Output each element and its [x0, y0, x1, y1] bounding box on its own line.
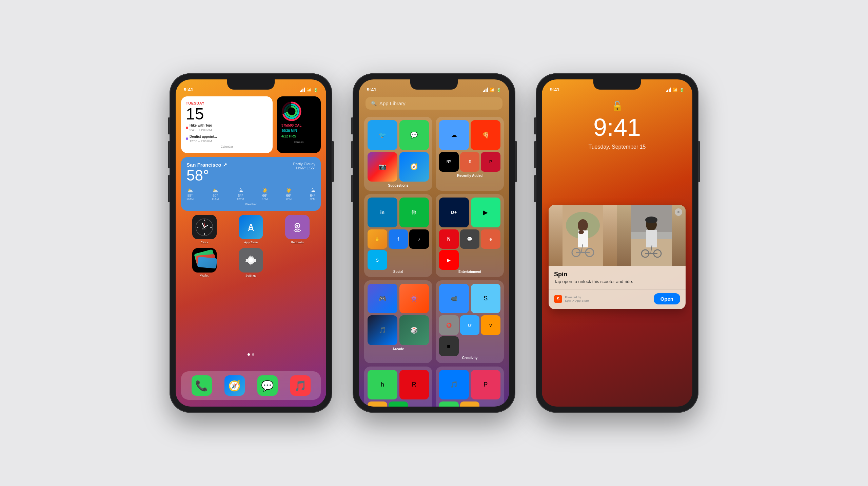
more-icon-4[interactable]: P	[471, 370, 501, 400]
creativity-small-1[interactable]: ⭕	[439, 315, 459, 335]
widget-row-1: TUESDAY 15 Hike with Tejo 9:45 – 11:00 A…	[181, 96, 321, 153]
fitness-widget[interactable]: 375/500 CAL 19/30 MIN 4/12 HRS Fitness	[277, 96, 321, 153]
safari-icon[interactable]: 🧭	[399, 152, 429, 182]
arcade-icon-3[interactable]: 🎵	[368, 315, 397, 345]
notification-close-btn[interactable]: ×	[675, 208, 682, 216]
doordash-icon[interactable]: 🍕	[471, 120, 500, 150]
ent-app-1[interactable]: 💬	[460, 229, 480, 249]
arcade-icon-2[interactable]: 👾	[399, 284, 429, 314]
podcasts-label: Podcasts	[291, 241, 304, 244]
instagram-icon[interactable]: 📷	[368, 152, 397, 182]
more-small-1[interactable]: 🎭	[368, 401, 387, 407]
more-icon-2[interactable]: R	[399, 370, 429, 400]
appstore-icon-wrap[interactable]: A App Store	[239, 215, 263, 244]
settings-icon-wrap[interactable]: Settings	[239, 248, 263, 277]
youtube-icon[interactable]: ▶	[439, 250, 459, 270]
dock-messages[interactable]: 💬	[257, 375, 278, 396]
more-icon-1[interactable]: h	[368, 370, 397, 400]
lightroom-icon[interactable]: Lr	[460, 315, 480, 335]
arcade-icon-4[interactable]: 🎲	[399, 315, 429, 345]
arcade-category[interactable]: 🎮 👾 🎵 🎲 Arcade	[364, 280, 432, 363]
dock-safari[interactable]: 🧭	[224, 375, 245, 396]
more-icon-3[interactable]: 🎵	[439, 370, 469, 400]
creativity-small-3[interactable]: ◼	[439, 336, 459, 356]
wifi-icon-3: 📶	[673, 88, 678, 92]
clock-label: Clock	[200, 241, 208, 244]
tiktok-icon[interactable]: ♪	[409, 229, 429, 249]
status-icons-2: 📶 🔋	[483, 88, 501, 92]
more-small-3[interactable]: G	[439, 401, 459, 407]
notification-open-btn[interactable]: Open	[654, 293, 680, 304]
volume-up-btn	[168, 141, 170, 168]
more-apps-1: h R	[368, 370, 429, 400]
more-category-1[interactable]: h R 🎭 🦉	[364, 367, 432, 407]
more-small-2[interactable]: 🦉	[389, 401, 408, 407]
app-library-search[interactable]: 🔍 App Library	[366, 97, 502, 110]
creativity-small-2[interactable]: V	[481, 315, 500, 335]
recently-added-small: NY E P	[439, 152, 500, 172]
netflix-icon[interactable]: N	[439, 229, 459, 249]
svg-point-18	[296, 225, 298, 227]
linkedin-icon[interactable]: in	[368, 198, 397, 227]
twitter-icon[interactable]: 🐦	[368, 120, 397, 150]
zoom-icon[interactable]: 📹	[439, 284, 469, 314]
weather-label: Weather	[186, 203, 315, 206]
wifi-icon: 📶	[307, 88, 312, 92]
clock-widget[interactable]: BER Clock	[192, 215, 217, 244]
skype-icon[interactable]: S	[368, 250, 387, 270]
nyt-icon[interactable]: NY	[439, 152, 459, 172]
creativity-category[interactable]: 📹 S ⭕ Lr V ◼ Creativity	[436, 280, 504, 363]
wallet-icon-wrap[interactable]: Wallet	[192, 248, 217, 277]
epi-icon[interactable]: E	[460, 152, 480, 172]
messages-icon[interactable]: 💬	[399, 120, 429, 150]
recently-added-category[interactable]: ☁ 🍕 NY E P Recently Added	[436, 117, 504, 191]
svg-point-34	[645, 217, 657, 223]
notification-card[interactable]: × Spin Tap open to unlock this scooter a…	[549, 205, 686, 309]
clock-icon: BER	[192, 215, 217, 239]
creativity-icon-1[interactable]: S	[471, 284, 501, 314]
app-grid: BER Clock A App Sto	[181, 215, 321, 244]
silent-switch	[168, 117, 170, 134]
notch	[227, 79, 275, 90]
podcasts-icon-wrap[interactable]: Podcasts	[285, 215, 310, 244]
appstore-icon: A	[239, 215, 263, 239]
social-app-1[interactable]: ✋	[368, 229, 387, 249]
wechat-icon[interactable]: 微	[399, 198, 429, 227]
calendar-widget[interactable]: TUESDAY 15 Hike with Tejo 9:45 – 11:00 A…	[181, 96, 273, 153]
notification-footer: S Powered by Spin ↗ App Store Open	[549, 289, 686, 309]
app-library-screen: 9:41 📶 🔋 🔍 App Library	[359, 79, 509, 407]
suggestions-category[interactable]: 🐦 💬 📷 🧭 Suggestions	[364, 117, 432, 191]
home-bg: 9:41 📶 🔋	[176, 79, 326, 407]
battery-icon-2: 🔋	[496, 88, 501, 92]
ent-app-2[interactable]: e	[481, 229, 500, 249]
more-small-4[interactable]: H	[460, 401, 480, 407]
calendar-label: Calendar	[186, 145, 268, 148]
dot-1	[248, 353, 250, 356]
more-category-2[interactable]: 🎵 P G H	[436, 367, 504, 407]
hulu-icon[interactable]: ▶	[471, 198, 501, 227]
notification-image: ×	[549, 205, 686, 266]
event-1-time: 9:45 – 11:00 AM	[190, 128, 212, 133]
spin-credit: Spin ↗ App Store	[565, 299, 589, 302]
forecast-11am: ⛅ 60° 11AM	[212, 187, 219, 201]
entertainment-apps: D+ ▶	[439, 198, 500, 227]
power-btn-2	[515, 141, 517, 182]
arcade-label: Arcade	[368, 347, 429, 351]
entertainment-category[interactable]: D+ ▶ N 💬 e ▶ Entertainment	[436, 194, 504, 277]
event-2: Dentist appoint... 12:30 – 2:00 PM	[186, 134, 268, 144]
suggestions-label: Suggestions	[368, 184, 429, 187]
extra-icon-1[interactable]: P	[481, 152, 500, 172]
forecast-1pm: ☀️ 66° 1PM	[262, 187, 268, 201]
fitness-min: 19/30 MIN	[281, 128, 316, 134]
status-icons-3: 📶 🔋	[666, 88, 684, 92]
arcade-icon-1[interactable]: 🎮	[368, 284, 397, 314]
icloud-icon[interactable]: ☁	[439, 120, 469, 150]
dock-phone[interactable]: 📞	[192, 375, 212, 396]
dock-music[interactable]: 🎵	[290, 375, 311, 396]
disney-icon[interactable]: D+	[439, 198, 469, 227]
weather-widget[interactable]: San Francisco ↗ 58° Partly Cloudy H:66° …	[181, 157, 321, 211]
forecast-2pm: ☀️ 66° 2PM	[286, 187, 292, 201]
social-category[interactable]: in 微 ✋ f ♪ S Social	[364, 194, 432, 277]
volume-down-btn-3	[534, 175, 536, 202]
facebook-icon[interactable]: f	[389, 229, 408, 249]
